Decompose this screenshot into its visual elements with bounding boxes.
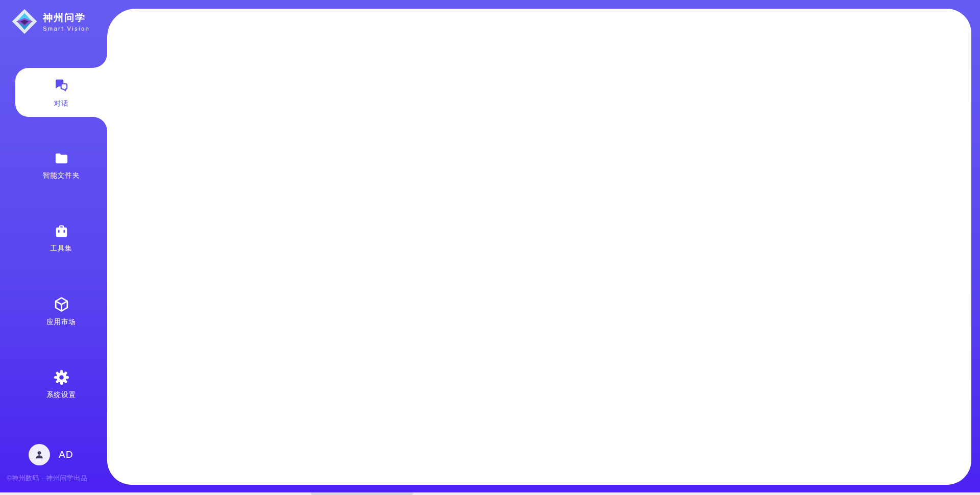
copyright-text: ©神州数码 · 神州问学出品 xyxy=(7,474,104,483)
gear-icon xyxy=(53,369,70,386)
tab-fillet-bottom xyxy=(93,117,107,131)
brand-text: 神州问学 Smart Vision xyxy=(43,11,90,32)
sidebar-item-label: 系统设置 xyxy=(46,390,76,400)
user-profile[interactable]: AD xyxy=(29,444,73,465)
toolbox-icon xyxy=(54,224,69,239)
chat-icon xyxy=(53,77,70,94)
cube-icon xyxy=(53,296,70,313)
sidebar-nav: 对话 智能文件夹 工具集 应用市场 xyxy=(15,68,107,409)
folder-icon xyxy=(54,151,69,166)
brand-name: 神州问学 xyxy=(43,11,90,24)
user-initials: AD xyxy=(59,449,73,460)
sidebar-item-smart-folder[interactable]: 智能文件夹 xyxy=(15,141,107,190)
sidebar-item-label: 工具集 xyxy=(50,244,72,253)
sidebar-item-toolbox[interactable]: 工具集 xyxy=(15,214,107,263)
person-icon xyxy=(33,449,45,461)
brand-gem-icon xyxy=(11,8,38,35)
sidebar-item-label: 对话 xyxy=(54,99,69,108)
tab-fillet-top xyxy=(93,54,107,68)
sidebar-item-app-market[interactable]: 应用市场 xyxy=(15,287,107,336)
brand-logo: 神州问学 Smart Vision xyxy=(0,0,107,35)
sidebar-item-chat[interactable]: 对话 xyxy=(15,68,107,117)
sidebar-item-label: 应用市场 xyxy=(46,317,76,327)
brand-subtitle: Smart Vision xyxy=(43,26,90,32)
main-content-surface xyxy=(107,9,971,485)
sidebar-item-label: 智能文件夹 xyxy=(43,171,80,180)
scrollbar-thumb[interactable] xyxy=(311,492,413,495)
sidebar-item-settings[interactable]: 系统设置 xyxy=(15,360,107,409)
sidebar: 神州问学 Smart Vision 对话 智能文件夹 xyxy=(0,0,107,495)
horizontal-scrollbar[interactable] xyxy=(0,492,980,495)
avatar xyxy=(29,444,50,465)
